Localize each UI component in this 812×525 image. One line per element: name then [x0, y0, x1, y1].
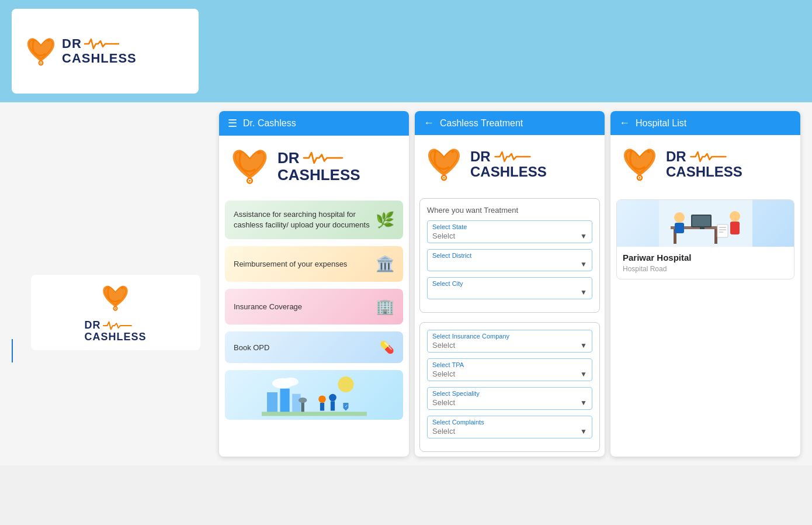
select-tpa-label: Select TPA [432, 361, 587, 368]
logo-icon [23, 34, 58, 69]
svg-rect-43 [675, 223, 684, 233]
svg-point-33 [630, 150, 633, 153]
screen1-heartbeat [303, 151, 343, 164]
top-header: DR CASHLESS [0, 0, 812, 102]
svg-rect-46 [717, 224, 728, 237]
select-tpa-group[interactable]: Select TPA Selelct ▼ [427, 358, 592, 381]
screen2-logo-text: DR CASHLESS [470, 149, 547, 180]
screen2-phone: ← Cashless Treatment DR [415, 111, 605, 457]
select-complaints-label: Select Complaints [432, 419, 587, 426]
sidebar-logo-icon [99, 282, 131, 314]
svg-point-44 [730, 211, 740, 222]
speciality-dropdown-arrow[interactable]: ▼ [580, 399, 587, 407]
screen3-back-icon[interactable]: ← [619, 117, 630, 129]
sidebar-heartbeat [103, 321, 132, 330]
screen2-back-icon[interactable]: ← [424, 117, 434, 129]
select-speciality-value: Selelct [432, 398, 455, 407]
bottom-illustration: ✓ [225, 370, 403, 420]
hospital-card[interactable]: Pariwar Hospital Hospital Road [616, 199, 794, 279]
select-insurance-value: Selelct [432, 341, 455, 350]
district-dropdown-arrow[interactable]: ▼ [580, 260, 587, 268]
tpa-dropdown-arrow[interactable]: ▼ [580, 370, 587, 378]
svg-rect-45 [730, 222, 740, 234]
select-complaints-group[interactable]: Select Complaints Selelct ▼ [427, 416, 592, 438]
menu-item-3[interactable]: Insurance Coverage 🏢 [225, 289, 403, 324]
header-logo: DR CASHLESS [23, 34, 137, 69]
hospital-img-svg [659, 200, 752, 247]
logo-text: DR CASHLESS [62, 37, 137, 65]
select-insurance-group[interactable]: Select Insurance Company Selelct ▼ [427, 330, 592, 353]
svg-rect-38 [714, 229, 717, 244]
menu-item-4-icon: 💊 [380, 340, 394, 354]
select-speciality-label: Select Speciality [432, 390, 587, 397]
insurance-section: Select Insurance Company Selelct ▼ Selec… [419, 322, 600, 452]
select-state-group[interactable]: Select State Selelct ▼ [427, 220, 592, 243]
screen2-title: Cashless Treatment [440, 118, 523, 129]
svg-point-10 [239, 151, 242, 154]
svg-point-11 [258, 151, 261, 154]
menu-item-4[interactable]: Book OPD 💊 [225, 331, 403, 363]
svg-point-42 [674, 212, 685, 223]
screen3-phone: ← Hospital List DR [610, 111, 800, 457]
menu-item-1[interactable]: Assistance for searching hospital for ca… [225, 201, 403, 239]
menu-item-4-label: Book OPD [234, 343, 375, 352]
svg-point-32 [639, 177, 641, 179]
select-speciality-group[interactable]: Select Speciality Selelct ▼ [427, 387, 592, 410]
treatment-location-section: Where you want Treatment Select State Se… [419, 198, 600, 313]
left-sidebar: DR CASHLESS [12, 111, 219, 457]
svg-rect-18 [292, 394, 300, 413]
svg-point-5 [114, 308, 116, 309]
header-logo-box: DR CASHLESS [12, 9, 199, 94]
svg-rect-19 [262, 412, 367, 416]
select-state-value: Selelct [432, 232, 455, 240]
screen3-bar: ← Hospital List [610, 111, 800, 135]
screen2-bar: ← Cashless Treatment [415, 111, 605, 135]
state-dropdown-arrow[interactable]: ▼ [580, 232, 587, 240]
svg-point-34 [647, 150, 650, 153]
screen1-logo-area: DR CASHLESS [219, 136, 409, 197]
menu-item-1-label: Assistance for searching hospital for ca… [234, 209, 371, 230]
screen3-heartbeat [689, 151, 727, 163]
sidebar-logo-text: DR CASHLESS [84, 320, 146, 343]
select-district-label: Select District [432, 252, 587, 259]
menu-item-2[interactable]: Reimbursement of your expenses 🏛️ [225, 246, 403, 282]
city-dropdown-arrow[interactable]: ▼ [580, 288, 587, 296]
select-city-group[interactable]: Select City ▼ [427, 277, 592, 299]
svg-text:✓: ✓ [345, 403, 348, 409]
hospital-address: Hospital Road [623, 265, 788, 273]
complaints-dropdown-arrow[interactable]: ▼ [580, 427, 587, 436]
svg-point-22 [329, 394, 336, 402]
screen1-logo-text: DR CASHLESS [277, 150, 360, 183]
svg-point-1 [40, 62, 42, 64]
screen1-phone: ☰ Dr. Cashless DR [219, 111, 409, 457]
menu-item-3-icon: 🏢 [376, 298, 394, 316]
insurance-dropdown-arrow[interactable]: ▼ [580, 341, 587, 350]
main-content: DR CASHLESS ☰ Dr. Cashless [0, 102, 812, 465]
svg-rect-41 [700, 227, 705, 229]
sidebar-dr-label: DR [84, 320, 100, 331]
sidebar-logo-box: DR CASHLESS [31, 275, 200, 350]
sidebar-cashless-label: CASHLESS [84, 331, 146, 343]
svg-point-25 [299, 398, 307, 403]
hospital-name: Pariwar Hospital [623, 253, 788, 262]
select-state-label: Select State [432, 223, 587, 230]
screen2-dr: DR [470, 149, 491, 164]
screen2-logo-area: DR CASHLESS [415, 135, 605, 194]
phones-container: ☰ Dr. Cashless DR [219, 111, 800, 457]
svg-rect-40 [692, 216, 710, 226]
svg-point-29 [434, 150, 437, 153]
cashless-label: CASHLESS [62, 51, 137, 65]
hamburger-icon[interactable]: ☰ [228, 117, 237, 130]
svg-point-6 [107, 286, 110, 289]
select-complaints-value: Selelct [432, 427, 455, 436]
hospital-info: Pariwar Hospital Hospital Road [617, 247, 794, 279]
svg-rect-16 [267, 392, 277, 413]
svg-point-3 [47, 39, 50, 42]
select-insurance-label: Select Insurance Company [432, 333, 587, 340]
screen2-cashless: CASHLESS [470, 164, 547, 179]
illustration-svg: ✓ [262, 373, 367, 417]
screen3-title: Hospital List [636, 118, 686, 129]
dr-label: DR [62, 37, 82, 51]
left-accent-line [12, 339, 13, 362]
select-district-group[interactable]: Select District ▼ [427, 249, 592, 271]
